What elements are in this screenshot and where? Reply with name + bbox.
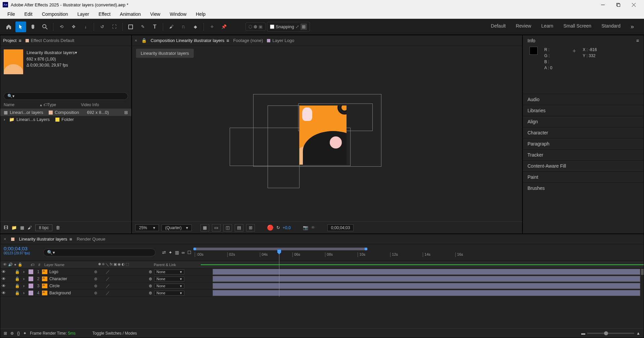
switch-header-icon[interactable]: ※ [102, 262, 105, 267]
menu-view[interactable]: View [145, 10, 165, 18]
switch[interactable]: ／ [105, 290, 110, 296]
switch[interactable]: ／ [105, 276, 110, 282]
panel-menu-icon[interactable]: ≡ [69, 237, 72, 242]
footer-icon[interactable]: {} [17, 331, 20, 336]
pan-behind-tool[interactable]: ✥ [68, 22, 79, 32]
toggle-switches-button[interactable]: Toggle Switches / Modes [92, 331, 137, 336]
comp-marker-icon[interactable] [641, 269, 644, 275]
menu-help[interactable]: Help [191, 10, 210, 18]
panel-libraries[interactable]: Libraries [523, 105, 644, 116]
timeline-layer-row[interactable]: 👁 🔒 › 4 Background ⊕／ ⊚None▾ [0, 290, 213, 297]
visibility-toggle[interactable]: 👁 [0, 277, 7, 281]
shy-icon[interactable]: ▥ [175, 250, 179, 255]
menu-effect[interactable]: Effect [94, 10, 116, 18]
panel-align[interactable]: Align [523, 116, 644, 127]
panel-menu-icon[interactable]: ≡ [636, 38, 639, 43]
visibility-toggle[interactable]: 👁 [0, 284, 7, 288]
pickwhip-icon[interactable]: ⊚ [149, 291, 152, 295]
menu-layer[interactable]: Layer [73, 10, 94, 18]
col-name-label[interactable]: Name [4, 102, 14, 107]
workspace-overflow[interactable]: » [631, 23, 634, 30]
interpret-footage-icon[interactable]: 🎞 [4, 225, 8, 230]
parent-select[interactable]: None▾ [154, 269, 184, 274]
switch[interactable]: ⊕ [93, 269, 98, 274]
label-chip[interactable] [29, 284, 33, 288]
preview-timecode[interactable]: 0;00;04;03 [327, 224, 354, 231]
label-chip[interactable] [29, 291, 33, 295]
effect-controls-tab[interactable]: Effect Controls Default [26, 38, 75, 43]
menu-composition[interactable]: Composition [37, 10, 73, 18]
composition-viewer[interactable] [132, 60, 522, 221]
solo-switch-header-icon[interactable]: ● [14, 262, 16, 267]
timeline-layer-row[interactable]: 👁 🔒 › 3 Circle ⊕／ ⊚None▾ [0, 283, 213, 290]
menu-edit[interactable]: Edit [20, 10, 37, 18]
video-switch-header-icon[interactable]: 👁 [3, 262, 7, 267]
pickwhip-icon[interactable]: ⊚ [149, 269, 152, 274]
audio-switch-header-icon[interactable]: 🔊 [8, 262, 13, 267]
home-button[interactable] [3, 22, 14, 32]
panel-character[interactable]: Character [523, 127, 644, 138]
footer-icon[interactable]: ✦ [23, 331, 27, 336]
close-button[interactable] [626, 0, 641, 9]
hand-tool[interactable] [28, 22, 38, 32]
layer-name-header[interactable]: Layer Name [44, 263, 98, 267]
pickwhip-icon[interactable]: ⊚ [149, 277, 152, 281]
footage-tab[interactable]: Footage (none) [233, 38, 263, 43]
layer-bar[interactable] [213, 290, 640, 296]
timeline-tab-close[interactable]: × [4, 237, 6, 242]
zoom-tool[interactable] [40, 22, 50, 32]
panel-tracker[interactable]: Tracker [523, 149, 644, 160]
panel-paragraph[interactable]: Paragraph [523, 138, 644, 149]
panel-menu-icon[interactable]: ≡ [18, 38, 21, 43]
workspace-standard[interactable]: Standard [601, 23, 620, 30]
switch-header-icon[interactable]: fx [110, 262, 113, 267]
draft-3d-icon[interactable]: ✦ [169, 250, 172, 255]
trash-icon[interactable]: 🗑 [56, 225, 60, 230]
project-tab[interactable]: Project ≡ [3, 38, 21, 43]
label-chip[interactable] [29, 269, 33, 274]
bpc-button[interactable]: 8 bpc [35, 224, 52, 231]
comp-name[interactable]: Linearity illustrator layers▾ [27, 49, 77, 56]
render-queue-tab[interactable]: Render Queue [77, 237, 105, 242]
switch-header-icon[interactable]: ＼ [105, 262, 109, 267]
3d-icon-2[interactable]: ⬢ [254, 24, 257, 29]
color-management-icon[interactable]: 🔴 [267, 224, 274, 231]
comp-breadcrumb[interactable]: Linearity illustrator layers [136, 49, 194, 58]
roto-brush-tool[interactable]: ✧ [206, 22, 217, 32]
expand-toggle[interactable]: › [20, 284, 27, 288]
sort-icon[interactable]: ▴ [40, 102, 42, 107]
parent-select[interactable]: None▾ [154, 291, 184, 296]
project-item-folder[interactable]: › 📁 Lineari...s Layers Folder [0, 116, 131, 123]
new-folder-icon[interactable]: 📁 [11, 225, 17, 230]
snap-grid-icon[interactable]: ⊞ [301, 24, 307, 30]
panel-brushes[interactable]: Brushes [523, 182, 644, 194]
time-ruler[interactable]: :00s 02s 04s 06s 08s 10s 12s 14s 16s [195, 244, 644, 261]
panel-paint[interactable]: Paint [523, 171, 644, 182]
current-time-display[interactable]: 0;00;04;03 00123 (29.97 fps) [0, 244, 40, 261]
maximize-button[interactable] [610, 0, 626, 9]
zoom-out-icon[interactable]: ▬ [581, 331, 585, 336]
panel-content-aware-fill[interactable]: Content-Aware Fill [523, 160, 644, 171]
workspace-learn[interactable]: Learn [541, 23, 553, 30]
selection-tool[interactable] [15, 22, 26, 32]
label-chip[interactable] [55, 118, 59, 122]
comp-thumbnail[interactable] [4, 49, 23, 74]
composition-tab[interactable]: Composition Linearity illustrator layers… [151, 38, 229, 43]
menu-window[interactable]: Window [165, 10, 191, 18]
menu-file[interactable]: File [3, 10, 20, 18]
lock-switch-header-icon[interactable]: 🔒 [18, 262, 22, 267]
lock-toggle[interactable]: 🔒 [14, 277, 20, 281]
switch[interactable]: ／ [105, 269, 110, 275]
region-of-interest-icon[interactable]: ◫ [223, 224, 232, 231]
switch-header-icon[interactable]: ◐ [122, 262, 125, 267]
channel-icon[interactable]: ⊞ [246, 224, 255, 231]
timeline-zoom-slider[interactable]: ▬ ▲ [581, 331, 640, 336]
switch[interactable]: ／ [105, 283, 110, 289]
parent-select[interactable]: None▾ [154, 277, 184, 282]
toggle-mask-icon[interactable]: ▭ [212, 224, 221, 231]
frame-blend-icon[interactable]: ∞ [182, 250, 185, 255]
layer-bar[interactable] [213, 283, 640, 289]
workspace-default[interactable]: Default [491, 23, 506, 30]
timeline-comp-tab[interactable]: Linearity illustrator layers ≡ [19, 237, 72, 242]
rotation-tool[interactable]: ↺ [97, 22, 107, 32]
